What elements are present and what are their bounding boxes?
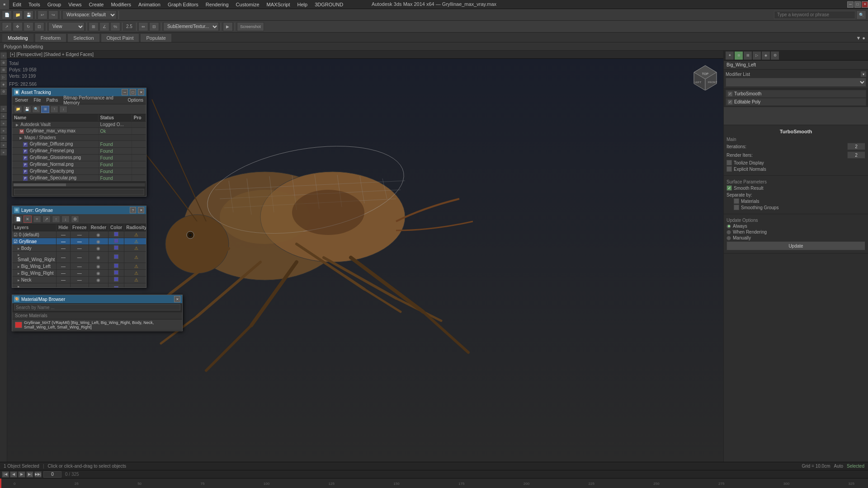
layer-neck[interactable]: ▸ Neck: [12, 277, 57, 283]
tab-modeling[interactable]: Modeling: [2, 33, 34, 42]
editable-poly-enabled[interactable]: ✓: [728, 100, 732, 104]
layer-close-btn[interactable]: ✕: [138, 207, 144, 213]
play-btn[interactable]: ▶: [223, 22, 233, 31]
col-name[interactable]: Name: [12, 114, 98, 122]
manually-radio[interactable]: [726, 236, 731, 240]
sidebar-extra1[interactable]: ≡: [0, 106, 7, 112]
close-button[interactable]: ✕: [862, 1, 868, 8]
undo-btn[interactable]: ↩: [38, 10, 47, 19]
align-btn[interactable]: ⊟: [149, 22, 159, 31]
sidebar-motion-icon[interactable]: ▷: [0, 74, 7, 80]
smooth-result-checkbox[interactable]: ✓: [726, 185, 732, 191]
material-browser-titlebar[interactable]: 🎨 Material/Map Browser ✕: [12, 295, 182, 303]
create-tab-icon[interactable]: ✦: [726, 52, 734, 60]
layer-help-btn[interactable]: ?: [130, 207, 136, 213]
snap-toggle[interactable]: ⊞: [89, 22, 99, 31]
asset-scroll-track[interactable]: [13, 183, 145, 187]
sidebar-modify-icon[interactable]: ⊛: [0, 60, 7, 66]
asset-scroll-thumb[interactable]: [14, 183, 66, 186]
hierarchy-tab-icon[interactable]: ⊞: [744, 52, 752, 60]
layer-new-btn[interactable]: 📄: [14, 216, 22, 223]
always-radio[interactable]: [726, 224, 731, 229]
layer-gryllinae[interactable]: ☑ Gryllinae: [12, 238, 57, 245]
col-status[interactable]: Status: [98, 114, 132, 122]
display-tab-icon[interactable]: ◈: [762, 52, 770, 60]
asset-btn-6[interactable]: ↓: [59, 106, 67, 113]
asset-btn-5[interactable]: ↑: [50, 106, 58, 113]
search-btn[interactable]: 🔍: [856, 10, 866, 19]
sidebar-extra5[interactable]: ≡: [0, 135, 7, 141]
modifier-dropdown[interactable]: [726, 78, 866, 87]
asset-menu-bitmap[interactable]: Bitmap Performance and Memory: [61, 94, 125, 106]
nav-cube[interactable]: TOP LEFT FRONT: [692, 63, 719, 90]
screenshot-btn[interactable]: Screenshot: [237, 22, 264, 31]
sidebar-extra6[interactable]: ≡: [0, 142, 7, 148]
motion-tab-icon[interactable]: ▷: [753, 52, 761, 60]
layer-delete-btn[interactable]: ✕: [24, 216, 32, 223]
iterations-input[interactable]: [847, 143, 865, 150]
asset-menu-server[interactable]: Server: [12, 97, 31, 103]
percent-snap[interactable]: %: [110, 22, 120, 31]
next-frame-btn[interactable]: ▶|: [26, 471, 33, 478]
turbosmoooth-modifier[interactable]: ✓ TurboSmooth: [726, 90, 866, 98]
sidebar-extra2[interactable]: ≡: [0, 113, 7, 119]
save-btn[interactable]: 💾: [24, 10, 33, 19]
explicit-normals-checkbox[interactable]: [726, 166, 732, 172]
utility-tab-icon[interactable]: ⚙: [771, 52, 779, 60]
prev-frame-btn[interactable]: ◀: [10, 471, 17, 478]
material-item-gryllinae[interactable]: Gryllinae_MAT (VRayMtl) [Big_Wing_Left, …: [12, 319, 182, 331]
menu-customize[interactable]: Customize: [232, 1, 263, 8]
asset-btn-4[interactable]: ⊞: [41, 106, 49, 113]
material-search-input[interactable]: [14, 304, 180, 310]
menu-maxscript[interactable]: MAXScript: [263, 1, 294, 8]
menu-rendering[interactable]: Rendering: [202, 1, 232, 8]
menu-help[interactable]: Help: [294, 1, 311, 8]
menu-views[interactable]: Views: [65, 1, 85, 8]
when-rendering-radio[interactable]: [726, 230, 731, 235]
asset-scrollbar[interactable]: [12, 182, 146, 187]
menu-tools[interactable]: Tools: [25, 1, 44, 8]
asset-btn-1[interactable]: 📁: [14, 106, 22, 113]
timeline-playhead[interactable]: [0, 479, 1, 488]
menu-group[interactable]: Group: [44, 1, 65, 8]
asset-btn-2[interactable]: 💾: [23, 106, 31, 113]
layer-select-btn[interactable]: ↗: [42, 216, 51, 223]
menu-animation[interactable]: Animation: [135, 1, 164, 8]
tab-selection[interactable]: Selection: [67, 33, 99, 42]
layer-down-btn[interactable]: ↓: [61, 216, 70, 223]
frame-end-btn[interactable]: ▶▶|: [34, 471, 42, 478]
asset-menu-paths[interactable]: Paths: [44, 97, 61, 103]
scale-btn[interactable]: ⊡: [34, 22, 44, 31]
toolize-display-checkbox[interactable]: [726, 160, 732, 165]
timeline-ruler[interactable]: 0 25 50 75 100 125 150 175 200 225 250 2…: [0, 479, 868, 488]
current-frame-input[interactable]: [43, 471, 61, 478]
play-btn[interactable]: ▶: [18, 471, 25, 478]
sidebar-create-icon[interactable]: +: [0, 52, 7, 59]
minimize-button[interactable]: ─: [847, 1, 854, 8]
angle-snap[interactable]: ∠: [99, 22, 109, 31]
modify-tab-icon[interactable]: ⊛: [735, 52, 743, 60]
layer-big-wing-right[interactable]: ▸ Big_Wing_Right: [12, 270, 57, 277]
rotate-btn[interactable]: ↻: [24, 22, 33, 31]
layer-small-wing-right[interactable]: ▸ Small_Wing_Right: [12, 252, 57, 263]
tab-populate[interactable]: Populate: [140, 33, 171, 42]
tab-object-paint[interactable]: Object Paint: [101, 33, 140, 42]
sidebar-extra4[interactable]: ≡: [0, 127, 7, 134]
subelement-dropdown[interactable]: SubElement/Textur...: [163, 22, 219, 31]
modifier-list-arrow[interactable]: ▾: [861, 71, 866, 77]
asset-menu-file[interactable]: File: [31, 97, 43, 103]
menu-3dground[interactable]: 3DGROUND: [311, 1, 347, 8]
layer-up-btn[interactable]: ↑: [52, 216, 60, 223]
render-iters-input[interactable]: [847, 151, 865, 159]
select-btn[interactable]: ↗: [2, 22, 12, 31]
menu-edit[interactable]: Edit: [9, 1, 25, 8]
frame-start-btn[interactable]: |◀: [2, 471, 9, 478]
layer-settings-btn[interactable]: ⚙: [71, 216, 79, 223]
update-button[interactable]: Update: [726, 241, 865, 250]
layer-small-wing-left[interactable]: ▸ Small_Wing_Left: [12, 283, 57, 288]
workspace-dropdown[interactable]: Workspace: Default: [62, 10, 117, 19]
sidebar-extra3[interactable]: ≡: [0, 120, 7, 127]
col-pro[interactable]: Pro: [132, 114, 146, 122]
new-file-btn[interactable]: 📄: [2, 10, 12, 19]
asset-menu-options[interactable]: Options: [125, 97, 146, 103]
